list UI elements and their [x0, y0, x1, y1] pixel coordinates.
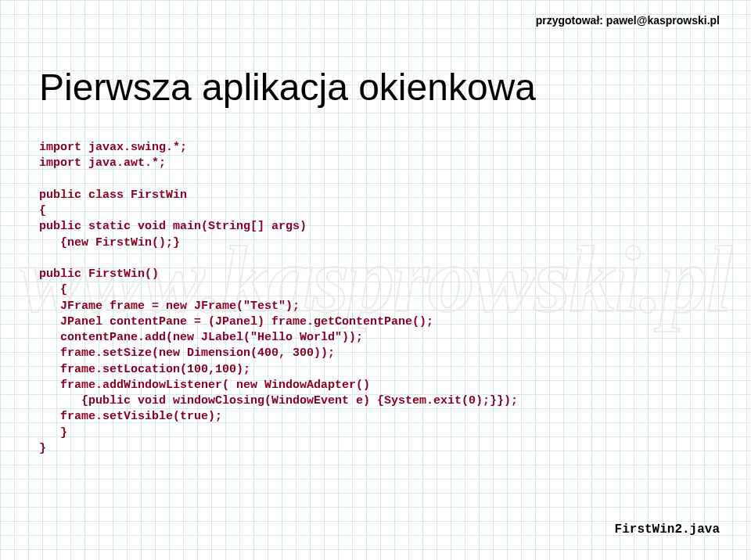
page-title: Pierwsza aplikacja okienkowa	[39, 66, 720, 109]
code-line: import javax.swing.*;	[39, 141, 187, 154]
code-line: import java.awt.*;	[39, 156, 166, 170]
code-line: frame.setSize(new Dimension(400, 300));	[39, 346, 335, 360]
code-line: frame.setVisible(true);	[39, 410, 222, 423]
code-line: public static void main(String[] args)	[39, 220, 307, 233]
code-line: JFrame frame = new JFrame("Test");	[39, 300, 300, 313]
code-line: {new FirstWin();}	[39, 236, 180, 249]
code-line: frame.setLocation(100,100);	[39, 363, 250, 376]
page-content: przygotował: pawel@kasprowski.pl Pierwsz…	[0, 0, 751, 560]
code-line: JPanel contentPane = (JPanel) frame.getC…	[39, 315, 433, 328]
code-line: contentPane.add(new JLabel("Hello World"…	[39, 331, 363, 344]
footer-filename: FirstWin2.java	[615, 522, 720, 537]
code-line: {public void windowClosing(WindowEvent e…	[39, 394, 518, 407]
header-credit: przygotował: pawel@kasprowski.pl	[31, 14, 720, 27]
code-line: }	[39, 426, 67, 440]
code-block: import javax.swing.*; import java.awt.*;…	[39, 140, 720, 457]
code-line: frame.addWindowListener( new WindowAdapt…	[39, 379, 370, 392]
code-line: public class FirstWin	[39, 188, 187, 202]
code-line: }	[39, 442, 46, 455]
code-line: public FirstWin()	[39, 267, 159, 281]
code-line: {	[39, 283, 67, 296]
code-line: {	[39, 204, 46, 217]
